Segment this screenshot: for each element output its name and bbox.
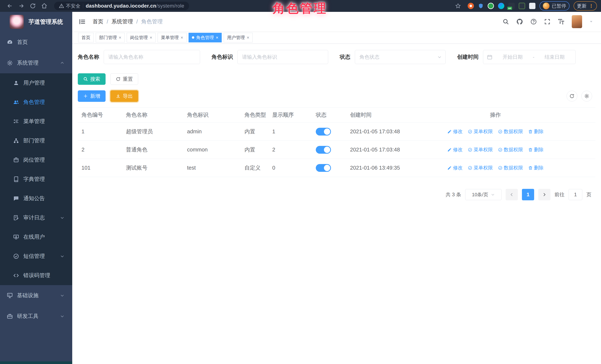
search-icon[interactable]	[502, 18, 509, 25]
update-label: 更新	[577, 3, 587, 9]
sidebar-item-menu-management[interactable]: 菜单管理	[0, 112, 72, 131]
browser-home-icon[interactable]	[41, 3, 47, 9]
tab-user-management[interactable]: 用户管理 ×	[224, 33, 253, 42]
delete-link[interactable]: 删除	[528, 128, 544, 135]
sidebar-item-audit-log[interactable]: 审计日志	[0, 208, 72, 227]
header-role-name: 角色名称	[122, 111, 183, 119]
data-permission-link[interactable]: 数据权限	[498, 165, 523, 171]
tab-post-management[interactable]: 岗位管理 ×	[127, 33, 156, 42]
cell-create-time: 2021-01-05 17:03:48	[346, 128, 450, 135]
refresh-table-button[interactable]	[567, 91, 577, 101]
org-tree-icon	[12, 138, 20, 144]
active-dot	[192, 36, 194, 39]
font-size-icon[interactable]	[558, 18, 565, 25]
close-icon[interactable]: ×	[180, 35, 183, 40]
close-icon[interactable]: ×	[119, 35, 121, 40]
create-time-range-picker[interactable]: 开始日期 - 结束日期	[483, 50, 576, 64]
role-key-input[interactable]	[237, 50, 328, 64]
breadcrumb-home[interactable]: 首页	[93, 18, 103, 25]
data-permission-link[interactable]: 数据权限	[498, 147, 523, 153]
tab-department-management[interactable]: 部门管理 ×	[96, 33, 125, 42]
sidebar-item-online-users[interactable]: 在线用户	[0, 227, 72, 247]
close-icon[interactable]: ×	[247, 35, 249, 40]
extension-icon-green[interactable]	[488, 3, 494, 9]
search-button[interactable]: 搜索	[78, 73, 106, 85]
address-bar[interactable]: 不安全 dashboard.yudao.iocoder.cn/system/ro…	[54, 2, 189, 10]
status-toggle[interactable]	[316, 146, 331, 154]
export-button[interactable]: 导出	[110, 90, 138, 102]
help-icon[interactable]	[530, 18, 537, 25]
sidebar-item-system-management[interactable]: 系统管理	[0, 53, 72, 73]
reset-button[interactable]: 重置	[110, 73, 138, 85]
goto-page-input[interactable]	[569, 189, 582, 200]
table-row: 101 测试账号 test 自定义 0 2021-01-06 13:49:35 …	[78, 159, 595, 177]
tab-role-management[interactable]: 角色管理 ×	[189, 33, 222, 42]
profile-paused-pill[interactable]: 已暂停	[540, 1, 570, 10]
tab-menu-management[interactable]: 菜单管理 ×	[158, 33, 187, 42]
sidebar-item-dev-tools[interactable]: 研发工具	[0, 306, 72, 327]
breadcrumb-system[interactable]: 系统管理	[111, 18, 133, 25]
extension-icon-puzzle[interactable]	[529, 3, 535, 9]
start-date-placeholder[interactable]: 开始日期	[495, 54, 530, 60]
browser-reload-icon[interactable]	[30, 3, 36, 9]
column-settings-button[interactable]	[581, 91, 592, 101]
extension-icon-paw[interactable]	[519, 3, 525, 9]
cell-role-key: common	[183, 147, 241, 153]
sidebar-item-post-management[interactable]: 岗位管理	[0, 150, 72, 170]
edit-link[interactable]: 修改	[447, 147, 463, 153]
sidebar-item-department-management[interactable]: 部门管理	[0, 131, 72, 150]
sidebar-item-label: 通知公告	[23, 195, 45, 202]
menu-permission-link[interactable]: 菜单权限	[468, 128, 493, 135]
status-toggle[interactable]	[316, 128, 331, 136]
extension-icon-blue-cyan[interactable]	[498, 3, 504, 9]
role-name-input[interactable]	[104, 50, 200, 64]
tab-home[interactable]: 首页	[78, 33, 94, 42]
sidebar-item-notice[interactable]: 通知公告	[0, 189, 72, 208]
menu-permission-link[interactable]: 菜单权限	[468, 147, 493, 153]
user-avatar[interactable]	[572, 15, 582, 28]
browser-menu-dots-icon[interactable]: ⋮	[589, 3, 594, 9]
sidebar-fold-icon[interactable]	[79, 18, 86, 25]
extension-icon-shield[interactable]	[478, 3, 484, 9]
prev-page-button[interactable]	[506, 189, 518, 200]
sidebar-item-dict-management[interactable]: 字典管理	[0, 170, 72, 189]
menu-permission-link[interactable]: 菜单权限	[468, 165, 493, 171]
next-page-button[interactable]	[538, 189, 551, 200]
sidebar-item-sms-management[interactable]: 短信管理	[0, 247, 72, 266]
end-date-placeholder[interactable]: 结束日期	[538, 54, 572, 60]
close-icon[interactable]: ×	[216, 35, 218, 40]
browser-back-icon[interactable]	[7, 3, 13, 9]
status-select[interactable]: 角色状态	[355, 50, 446, 64]
sidebar-item-user-management[interactable]: 用户管理	[0, 73, 72, 93]
browser-update-button[interactable]: 更新 ⋮	[574, 1, 597, 10]
breadcrumb-separator: /	[107, 19, 108, 25]
sidebar-logo-row[interactable]: 芋道管理系统	[0, 12, 72, 32]
add-button[interactable]: 新增	[78, 90, 106, 102]
refresh-icon	[116, 77, 120, 81]
caret-down-icon[interactable]	[589, 20, 593, 24]
edit-link[interactable]: 修改	[447, 128, 463, 135]
status-toggle[interactable]	[316, 164, 331, 172]
page-size-select[interactable]: 10条/页	[465, 189, 501, 200]
delete-link[interactable]: 删除	[528, 165, 544, 171]
close-icon[interactable]: ×	[150, 35, 152, 40]
extension-icon-orange[interactable]	[468, 3, 474, 9]
extension-icon-dark-on[interactable]: on	[508, 3, 515, 9]
pencil-icon	[447, 166, 452, 170]
github-icon[interactable]	[516, 18, 523, 25]
circle-check-icon	[12, 253, 20, 259]
data-permission-link[interactable]: 数据权限	[498, 128, 523, 135]
plus-icon	[83, 94, 88, 98]
delete-link[interactable]: 删除	[528, 147, 544, 153]
fullscreen-icon[interactable]	[544, 18, 551, 25]
sidebar-item-home[interactable]: 首页	[0, 32, 72, 53]
browser-forward-icon[interactable]	[18, 3, 24, 9]
sidebar-item-label: 岗位管理	[23, 156, 45, 164]
bookmark-star-icon[interactable]	[455, 3, 461, 9]
sidebar-item-infrastructure[interactable]: 基础设施	[0, 285, 72, 306]
sidebar-item-role-management[interactable]: 角色管理	[0, 93, 72, 112]
edit-link[interactable]: 修改	[447, 165, 463, 171]
page-1-button[interactable]: 1	[522, 189, 534, 200]
circle-check-icon	[468, 148, 472, 152]
sidebar-item-error-code-management[interactable]: 错误码管理	[0, 266, 72, 285]
